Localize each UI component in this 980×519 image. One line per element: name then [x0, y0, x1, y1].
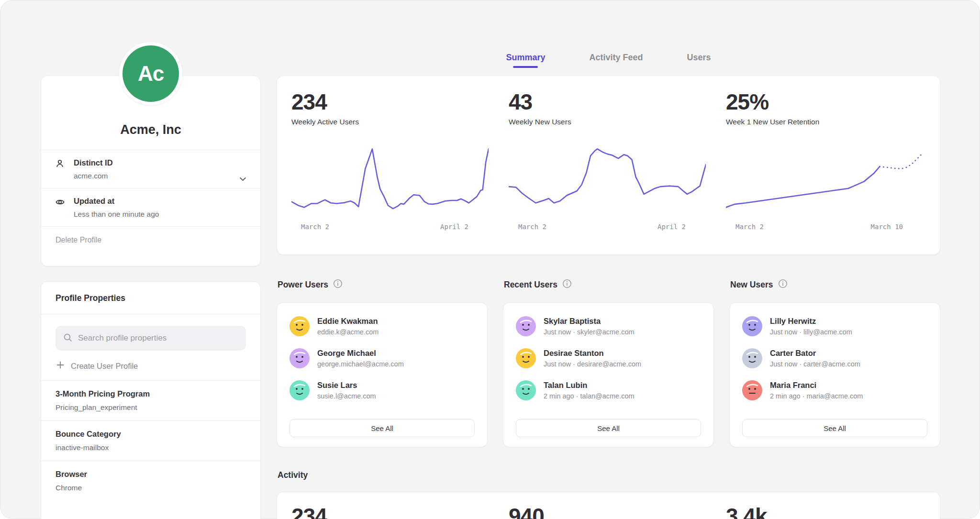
tick-left: March 2 — [301, 223, 329, 231]
user-avatar — [290, 380, 310, 400]
distinct-id-value: acme.com — [74, 172, 113, 180]
tab-bar: Summary Activity Feed Users — [277, 53, 940, 68]
stat-weekly-active-users: 234 Weekly Active Users March 2 April 2 — [291, 90, 489, 254]
tick-right: March 10 — [871, 223, 903, 231]
property-row: Bounce Category inactive-mailbox — [41, 420, 260, 461]
tick-left: March 2 — [735, 223, 764, 231]
activity-title: Activity — [278, 470, 308, 480]
stat-label: Week 1 New User Retention — [726, 118, 923, 126]
search-icon — [63, 333, 72, 344]
section-title: New Users — [730, 280, 773, 290]
person-icon — [56, 158, 74, 180]
user-avatar — [516, 348, 536, 368]
user-name: Lilly Herwitz — [770, 317, 852, 326]
company-avatar: Ac — [119, 42, 182, 105]
app-frame: Ac Acme, Inc Distinct ID acme.com — [0, 0, 980, 519]
property-name: Bounce Category — [56, 430, 246, 439]
distinct-id-label: Distinct ID — [74, 158, 113, 167]
user-row[interactable]: Carter Bator Just now · carter@acme.com — [742, 348, 927, 368]
user-detail: Just now · lilly@acme.com — [770, 328, 852, 336]
weekly-new-users-chart — [509, 144, 706, 216]
user-avatar — [742, 348, 762, 368]
stat-value: 25% — [726, 90, 923, 113]
company-name: Acme, Inc — [120, 122, 181, 137]
see-all-button[interactable]: See All — [516, 419, 701, 437]
stat-label: Weekly New Users — [509, 118, 706, 126]
user-avatar — [516, 316, 536, 336]
x-axis-ticks: March 2 April 2 — [509, 216, 706, 231]
profile-properties-title: Profile Properties — [41, 282, 260, 314]
tab-users[interactable]: Users — [687, 53, 711, 68]
user-row[interactable]: Skylar Baptista Just now · skyler@acme.c… — [516, 316, 701, 336]
retention-chart — [726, 144, 923, 216]
user-row[interactable]: Maria Franci 2 min ago · maria@acme.com — [742, 380, 927, 400]
property-row: 3-Month Pricing Program Pricing_plan_exp… — [41, 380, 260, 420]
user-name: Talan Lubin — [544, 381, 635, 390]
recent-users-card: Skylar Baptista Just now · skyler@acme.c… — [503, 302, 714, 447]
eye-icon — [56, 197, 74, 219]
x-axis-ticks: March 2 April 2 — [291, 216, 489, 231]
info-icon[interactable] — [333, 279, 343, 290]
property-value: Chrome — [56, 484, 246, 492]
user-sections: Power Users Eddie Kwakman eddie.k@acme.c… — [277, 279, 940, 447]
property-row: Browser Chrome — [41, 461, 260, 501]
delete-profile-button[interactable]: Delete Profile — [41, 226, 260, 254]
updated-at-label: Updated at — [74, 197, 159, 206]
user-row[interactable]: Desirae Stanton Just now · desirare@acme… — [516, 348, 701, 368]
updated-at-row: Updated at Less than one minute ago — [41, 188, 260, 226]
updated-at-value: Less than one minute ago — [74, 210, 159, 219]
user-detail: 2 min ago · talan@acme.com — [544, 392, 635, 400]
search-input[interactable] — [77, 333, 238, 343]
user-row[interactable]: Susie Lars susie.l@acme.com — [290, 380, 475, 400]
user-name: Desirae Stanton — [544, 349, 641, 358]
tick-right: April 2 — [657, 223, 686, 231]
user-detail: eddie.k@acme.com — [317, 328, 379, 336]
property-value: inactive-mailbox — [56, 443, 246, 452]
user-name: Susie Lars — [317, 381, 376, 390]
user-detail: 2 min ago · maria@acme.com — [770, 392, 863, 400]
profile-properties-card: Profile Properties Create User Profile — [41, 281, 261, 519]
x-axis-ticks: March 2 March 10 — [726, 216, 923, 231]
info-icon[interactable] — [778, 279, 788, 290]
tab-activity-feed[interactable]: Activity Feed — [589, 53, 643, 68]
user-row[interactable]: Talan Lubin 2 min ago · talan@acme.com — [516, 380, 701, 400]
user-detail: Just now · carter@acme.com — [770, 360, 860, 368]
user-avatar — [742, 380, 762, 400]
create-user-profile-label: Create User Profile — [71, 362, 138, 371]
user-avatar — [516, 380, 536, 400]
property-name: 3-Month Pricing Program — [56, 389, 246, 398]
new-users-card: Lilly Herwitz Just now · lilly@acme.com … — [729, 302, 940, 447]
create-user-profile-button[interactable]: Create User Profile — [56, 361, 246, 371]
activity-stat-value: 940 — [509, 505, 706, 519]
user-avatar — [290, 348, 310, 368]
user-name: Maria Franci — [770, 381, 863, 390]
user-name: Carter Bator — [770, 349, 860, 358]
info-icon[interactable] — [562, 279, 572, 290]
user-row[interactable]: George Michael george.michael@acme.com — [290, 348, 475, 368]
user-row[interactable]: Lilly Herwitz Just now · lilly@acme.com — [742, 316, 927, 336]
chevron-down-icon[interactable] — [239, 175, 247, 185]
distinct-id-row: Distinct ID acme.com — [41, 150, 260, 188]
user-detail: Just now · desirare@acme.com — [544, 360, 641, 368]
user-detail: susie.l@acme.com — [317, 392, 376, 400]
weekly-active-users-chart — [291, 144, 489, 216]
profile-properties-search[interactable] — [56, 326, 246, 351]
tab-summary[interactable]: Summary — [506, 53, 545, 68]
activity-card: 234 940 3.4k — [277, 492, 940, 519]
activity-stat-value: 3.4k — [726, 505, 923, 519]
plus-icon — [56, 361, 64, 371]
stat-retention: 25% Week 1 New User Retention March 2 Ma… — [726, 90, 923, 254]
recent-users-section: Recent Users Skylar Baptista Just now · … — [503, 279, 714, 447]
user-name: George Michael — [317, 349, 404, 358]
user-row[interactable]: Eddie Kwakman eddie.k@acme.com — [290, 316, 475, 336]
property-value: Pricing_plan_experiment — [56, 403, 246, 412]
user-avatar — [290, 316, 310, 336]
user-name: Eddie Kwakman — [317, 317, 379, 326]
user-name: Skylar Baptista — [544, 317, 635, 326]
property-name: Browser — [56, 470, 246, 479]
power-users-card: Eddie Kwakman eddie.k@acme.com George Mi… — [277, 302, 488, 447]
user-detail: george.michael@acme.com — [317, 360, 404, 368]
activity-stat-value: 234 — [291, 505, 489, 519]
see-all-button[interactable]: See All — [290, 419, 475, 437]
see-all-button[interactable]: See All — [742, 419, 927, 437]
